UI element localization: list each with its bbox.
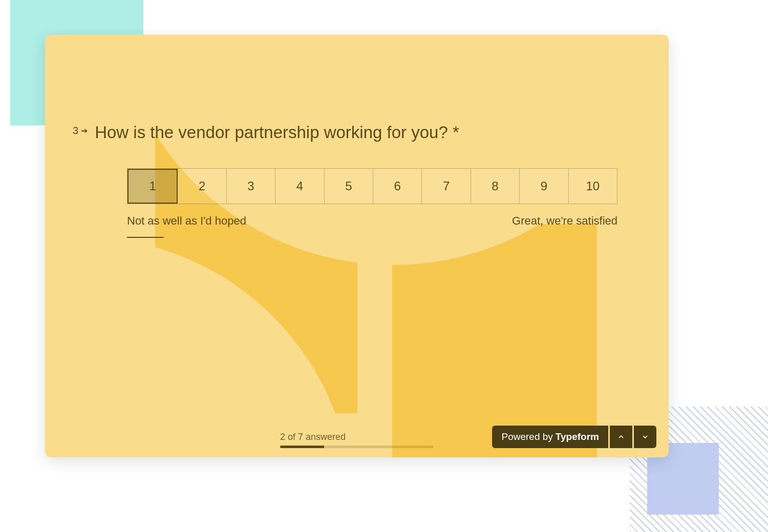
- branding-nav: Powered by Typeform: [492, 426, 656, 448]
- progress-text: 2 of 7 answered: [280, 432, 434, 442]
- progress-section: 2 of 7 answered: [280, 432, 434, 448]
- rating-label-high: Great, we're satisfied: [512, 214, 617, 228]
- rating-option-4[interactable]: 4: [275, 169, 324, 204]
- rating-option-9[interactable]: 9: [520, 169, 568, 204]
- rating-option-10[interactable]: 10: [569, 169, 617, 204]
- rating-labels: Not as well as I'd hoped Great, we're sa…: [127, 214, 617, 228]
- form-footer: 2 of 7 answered Powered by Typeform: [45, 427, 669, 457]
- rating-option-2[interactable]: 2: [178, 169, 226, 204]
- rating-option-7[interactable]: 7: [422, 169, 471, 204]
- rating-container: 1 2 3 4 5 6 7 8 9 10 Not as well as I'd …: [127, 168, 617, 238]
- question-row: 3 ➔ How is the vendor partnership workin…: [73, 122, 617, 143]
- chevron-up-icon: [617, 433, 625, 441]
- powered-by-badge[interactable]: Powered by Typeform: [492, 426, 608, 448]
- question-number-value: 3: [73, 125, 78, 137]
- rating-scale: 1 2 3 4 5 6 7 8 9 10: [127, 168, 617, 204]
- arrow-right-icon: ➔: [81, 126, 88, 136]
- question-text: How is the vendor partnership working fo…: [95, 122, 459, 143]
- nav-next-button[interactable]: [634, 426, 656, 448]
- rating-option-1[interactable]: 1: [127, 169, 178, 204]
- underline-decoration: [127, 237, 164, 238]
- powered-by-prefix: Powered by: [501, 431, 552, 442]
- rating-label-low: Not as well as I'd hoped: [127, 214, 246, 228]
- rating-option-8[interactable]: 8: [471, 169, 520, 204]
- form-card: 3 ➔ How is the vendor partnership workin…: [45, 35, 669, 457]
- rating-option-5[interactable]: 5: [325, 169, 373, 204]
- chevron-down-icon: [641, 433, 649, 441]
- progress-bar: [280, 446, 434, 448]
- question-content: 3 ➔ How is the vendor partnership workin…: [45, 35, 669, 238]
- rating-option-6[interactable]: 6: [373, 169, 422, 204]
- rating-option-3[interactable]: 3: [227, 169, 275, 204]
- progress-bar-fill: [280, 446, 324, 448]
- nav-previous-button[interactable]: [610, 426, 632, 448]
- question-number: 3 ➔: [73, 122, 88, 137]
- brand-name: Typeform: [556, 431, 599, 442]
